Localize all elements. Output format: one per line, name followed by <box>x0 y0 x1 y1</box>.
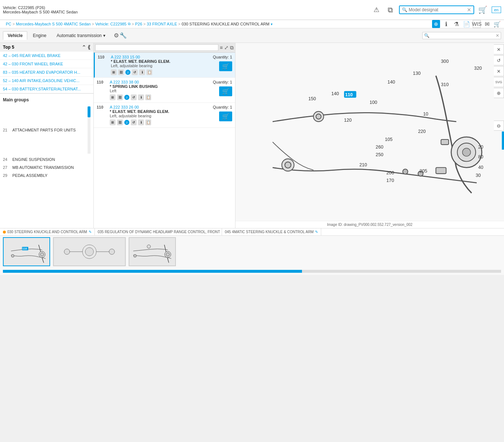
top5-item-5[interactable]: 54 – 030 BATTERY,STARTER/ALTERNAT... <box>0 85 93 93</box>
part2-code[interactable]: A 222 333 38 00 <box>110 80 201 84</box>
zoom-out-btn[interactable]: ⊖ <box>494 121 504 131</box>
group-29-label: PEDAL ASSEMBLY <box>12 173 48 178</box>
vehicle-copy-icon[interactable]: ⧉ <box>128 22 130 26</box>
thumb-img-3[interactable] <box>129 237 176 266</box>
part1-badge[interactable]: 2 <box>125 70 130 75</box>
thumb-img-2[interactable] <box>53 237 126 266</box>
part1-cart-btn[interactable]: 🛒 <box>219 61 232 71</box>
diag-label-170: 170 <box>387 178 394 183</box>
part1-name: * ELAST. MET. BEARING ELEM. <box>111 59 201 64</box>
thumb-tab-2[interactable]: 035 REGULATION OF DYNAMIC HEADLAMP RANGE… <box>95 228 222 235</box>
part1-link-icon[interactable]: ⛓ <box>118 69 124 75</box>
breadcrumb-dropdown[interactable]: ▾ <box>271 22 273 26</box>
thumb-img-1[interactable]: 110 <box>3 237 50 266</box>
zoom-in-btn[interactable]: ⊕ <box>494 88 504 98</box>
part2-badge[interactable]: 2 <box>124 95 129 100</box>
svg-point-21 <box>166 253 170 256</box>
clear-search-icon[interactable]: ✕ <box>467 7 471 13</box>
diag-label-110[interactable]: 110 <box>345 92 353 97</box>
language-selector[interactable]: en <box>492 7 501 13</box>
thumb-tab-1[interactable]: 030 STEERING KNUCKLE AND CONTROL ARM ✎ <box>0 228 95 235</box>
part3-cart-btn[interactable]: 🛒 <box>219 111 232 121</box>
part1-info-icon[interactable]: ℹ <box>139 69 145 75</box>
top5-item-1[interactable]: 42 – 045 REAR WHEEL BRAKE <box>0 52 93 60</box>
parts-item-2[interactable]: 110 A 222 333 38 00 * SPRING LINK BUSHIN… <box>94 78 235 103</box>
group-21-label: ATTACHMENT PARTS FOR UNITS <box>12 128 76 132</box>
diag-label-20: 20 <box>479 145 484 150</box>
sidebar-collapse-icon[interactable]: ⌃ <box>82 44 86 50</box>
part2-cart-btn[interactable]: 🛒 <box>219 86 232 96</box>
sidebar-group-27[interactable]: 27 MB AUTOMATIC TRANSMISSION <box>0 163 93 171</box>
expand-icon[interactable]: ⤢ <box>224 45 229 51</box>
sidebar-group-21[interactable]: 21 ATTACHMENT PARTS FOR UNITS <box>0 105 93 155</box>
part3-info-icon[interactable]: ℹ <box>138 119 144 125</box>
tab-vehicle[interactable]: Vehicle <box>3 31 27 40</box>
thumb-svg-3 <box>129 238 175 265</box>
center-panel-header: ≡ ⤢ ⧉ <box>94 43 235 53</box>
center-search-input[interactable] <box>95 44 218 51</box>
top5-item-4[interactable]: 52 – 140 AIR INTAKE,GASOLINE VEHIC... <box>0 77 93 85</box>
part3-code[interactable]: A 222 333 26 00 <box>110 105 201 109</box>
part1-rotate-icon[interactable]: ↺ <box>132 69 138 75</box>
copy-icon[interactable]: ⧉ <box>385 5 395 15</box>
sidebar-group-29[interactable]: 29 PEDAL ASSEMBLY <box>0 171 93 179</box>
thumb-tab-3-edit[interactable]: ✎ <box>315 230 318 234</box>
toolbar-search-input[interactable] <box>430 33 496 38</box>
sidebar-group-24[interactable]: 24 ENGINE SUSPENSION <box>0 155 93 163</box>
shopping-icon[interactable]: 🛒 <box>493 20 501 28</box>
part2-link-icon[interactable]: ⛓ <box>117 94 123 100</box>
wis-icon[interactable]: WIS <box>473 20 481 28</box>
document-icon[interactable]: 📄 <box>463 20 471 28</box>
svg-btn[interactable]: SVG <box>494 77 504 87</box>
part2-rotate-icon[interactable]: ↺ <box>131 94 137 100</box>
part3-table-icon[interactable]: ⊞ <box>110 119 116 125</box>
zoom-in-icon[interactable]: ⊕ <box>432 20 440 28</box>
warning-icon[interactable]: ⚠ <box>371 5 382 15</box>
part1-icons: ⊞ ⛓ 2 ↺ ℹ 📋 <box>111 69 201 75</box>
part1-table-icon[interactable]: ⊞ <box>111 69 117 75</box>
part3-badge[interactable]: 2 <box>124 120 129 125</box>
sidebar-top5-header[interactable]: Top 5 ⌃ ⟪ <box>0 43 93 52</box>
tab-automatic-transmission[interactable]: Automatic transmission ▾ <box>52 31 110 40</box>
diag-label-120: 120 <box>344 118 352 123</box>
top5-item-2[interactable]: 42 – 030 FRONT WHEEL BRAKE <box>0 60 93 68</box>
copy-view-icon[interactable]: ⧉ <box>230 45 234 51</box>
group-29-num: 29 <box>3 173 10 178</box>
list-view-icon[interactable]: ≡ <box>220 45 223 51</box>
diag-label-10: 10 <box>423 111 428 117</box>
horizontal-scrollbar[interactable] <box>3 270 501 273</box>
part3-doc-icon[interactable]: 📋 <box>145 119 151 125</box>
tab-engine[interactable]: Engine <box>28 31 51 40</box>
breadcrumb-p26[interactable]: P26 <box>135 22 142 26</box>
cart-icon[interactable]: 🛒 <box>478 5 488 15</box>
part1-doc-icon[interactable]: 📋 <box>146 69 152 75</box>
part3-link-icon[interactable]: ⛓ <box>117 119 123 125</box>
thumb-tab-3[interactable]: 045 4MATIC STEERING KNUCKLE & CONTROL AR… <box>222 228 322 235</box>
tab-tool1-icon[interactable]: ⚙ <box>114 32 119 39</box>
sidebar-close-icon[interactable]: ⟪ <box>88 44 90 50</box>
mail-icon[interactable]: ✉ <box>483 20 491 28</box>
compare-btn[interactable]: ✕ <box>494 66 504 76</box>
part2-info-icon[interactable]: ℹ <box>138 94 144 100</box>
breadcrumb-front-axle[interactable]: 33 FRONT AXLE <box>147 22 177 26</box>
toolbar-clear-icon[interactable]: ✕ <box>496 33 499 38</box>
part2-doc-icon[interactable]: 📋 <box>145 94 151 100</box>
thumb-tab-1-edit[interactable]: ✎ <box>89 230 92 234</box>
parts-item-1[interactable]: 110 A 222 333 15 00 * ELAST. MET. BEARIN… <box>94 53 235 78</box>
part1-code[interactable]: A 222 333 15 00 <box>111 55 201 59</box>
part3-rotate-icon[interactable]: ↺ <box>131 119 137 125</box>
history-btn[interactable]: ↺ <box>494 55 504 65</box>
info-icon[interactable]: ℹ <box>442 20 450 28</box>
filter-icon[interactable]: ⚗ <box>452 20 460 28</box>
breadcrumb-vehicle-line[interactable]: Mercedes-Maybach S 500 4MATIC Sedan <box>16 22 91 26</box>
tab-tool2-icon[interactable]: 🔧 <box>120 32 127 39</box>
model-search-input[interactable] <box>409 7 467 12</box>
breadcrumb-vehicle-link[interactable]: Vehicle: C222985 <box>95 22 126 26</box>
breadcrumb-pc[interactable]: PC <box>6 22 11 26</box>
close-diagram-btn[interactable]: ✕ <box>494 44 504 54</box>
top5-item-3[interactable]: 83 – 035 HEATER AND EVAPORATOR H... <box>0 68 93 77</box>
diag-label-140a: 140 <box>388 80 395 85</box>
scroll-indicator <box>502 131 504 150</box>
parts-item-3[interactable]: 110 A 222 333 26 00 * ELAST. MET. BEARIN… <box>94 103 235 128</box>
part2-table-icon[interactable]: ⊞ <box>110 94 116 100</box>
